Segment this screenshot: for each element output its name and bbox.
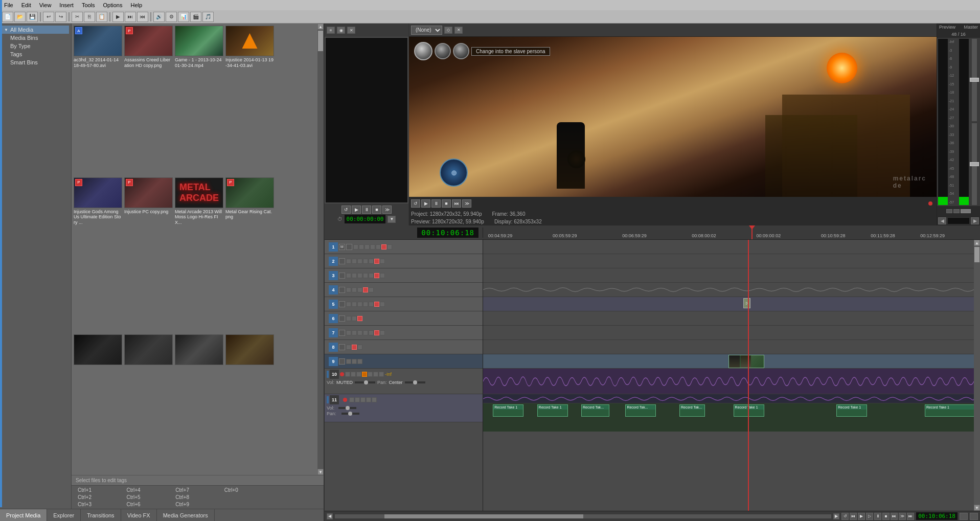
- t5b5[interactable]: [369, 302, 374, 307]
- vo-clip-3[interactable]: Record Tak...: [581, 404, 609, 417]
- media-item-2[interactable]: Game - 1 - 2013-10-24 01-30-24.mp4: [175, 26, 223, 175]
- track-11-pan-slider[interactable]: [341, 413, 359, 415]
- vo-clip-8[interactable]: Record Take 1: [925, 404, 974, 417]
- t9b3[interactable]: [357, 359, 362, 364]
- t4b5[interactable]: [369, 287, 374, 292]
- vo-clip-7[interactable]: Record Take 1: [836, 404, 867, 417]
- menu-help[interactable]: Help: [126, 1, 146, 9]
- t7b7[interactable]: [380, 330, 385, 335]
- media-item-5[interactable]: P Injustice PC copy.png: [124, 177, 173, 332]
- tree-by-type[interactable]: By Type: [2, 42, 69, 50]
- tree-media-bins[interactable]: Media Bins: [2, 34, 69, 42]
- track-2-btn3[interactable]: [357, 259, 362, 264]
- vo-clip-5[interactable]: Record Tak...: [679, 404, 705, 417]
- bt-extra1[interactable]: [960, 513, 968, 520]
- vu-fader-left[interactable]: [972, 39, 977, 121]
- clip-loop-btn[interactable]: ↺: [341, 206, 351, 214]
- vu-btn2[interactable]: [953, 209, 960, 213]
- vu-ctrl-btn1[interactable]: ◀: [938, 217, 946, 224]
- preview-btn1[interactable]: ◇: [444, 27, 452, 34]
- t5b6[interactable]: [374, 302, 379, 307]
- track-1-btn2[interactable]: [359, 244, 364, 250]
- undo-button[interactable]: ↩: [43, 12, 54, 22]
- timeline-vscroll-up[interactable]: ▲: [974, 240, 980, 246]
- tool2[interactable]: ⏭: [125, 12, 136, 22]
- t5b4[interactable]: [363, 302, 368, 307]
- track-3-mute[interactable]: [339, 273, 345, 279]
- t5b3[interactable]: [357, 302, 362, 307]
- menu-options[interactable]: Options: [99, 1, 127, 9]
- tab-media-generators[interactable]: Media Generators: [157, 509, 215, 521]
- media-item-10[interactable]: [175, 334, 223, 473]
- clip-prev-btn2[interactable]: ◉: [337, 27, 345, 34]
- track-2-btn5[interactable]: [369, 259, 374, 264]
- t8b1[interactable]: [346, 345, 351, 350]
- vo-clip-6[interactable]: Record Take 1: [734, 404, 764, 417]
- track-5-clip[interactable]: ▷: [743, 298, 750, 308]
- t3b3[interactable]: [357, 273, 362, 278]
- menu-tools[interactable]: Tools: [78, 1, 99, 9]
- bt-playfrom[interactable]: ▷: [866, 513, 873, 520]
- track-10-rec[interactable]: [340, 372, 344, 376]
- timeline-hscrollbar[interactable]: [335, 514, 831, 518]
- bt-last[interactable]: ⏭: [907, 513, 914, 520]
- t4b2[interactable]: [352, 287, 357, 292]
- tab-project-media[interactable]: Project Media: [0, 509, 47, 521]
- t10b6[interactable]: [373, 372, 378, 377]
- bt-rewind[interactable]: ⏮: [850, 513, 857, 520]
- tool7[interactable]: 🎬: [190, 12, 201, 22]
- media-item-7[interactable]: P Metal Gear Rising Cat.png: [225, 177, 274, 332]
- media-item-4[interactable]: P Injustice Gods Among Us Ultimate Editi…: [74, 177, 122, 332]
- t9b1[interactable]: [346, 359, 351, 364]
- t8b3[interactable]: [357, 345, 362, 350]
- t9b2[interactable]: [352, 359, 357, 364]
- prev-pause-btn[interactable]: ⏸: [431, 199, 441, 208]
- track-6-mute[interactable]: [339, 315, 345, 322]
- t10b2[interactable]: [351, 372, 356, 377]
- track-10-vol-slider[interactable]: [355, 381, 375, 383]
- save-button[interactable]: 💾: [27, 12, 38, 22]
- t7b2[interactable]: [352, 330, 357, 335]
- t3b5[interactable]: [369, 273, 374, 278]
- t11b2[interactable]: [355, 397, 360, 402]
- prev-stop-btn[interactable]: ■: [442, 199, 451, 208]
- t10b7[interactable]: [379, 372, 384, 377]
- scrollbar-up-btn[interactable]: ▲: [317, 24, 324, 30]
- track-1-btn5[interactable]: [376, 244, 381, 250]
- scrollbar-thumb[interactable]: [318, 31, 323, 51]
- t11b3[interactable]: [360, 397, 366, 402]
- t10b3[interactable]: [356, 372, 361, 377]
- prev-end-btn[interactable]: ⏭: [452, 199, 461, 208]
- bt-extra2[interactable]: [970, 513, 978, 520]
- media-item-8[interactable]: [74, 334, 122, 473]
- track-2-btn7[interactable]: [380, 259, 385, 264]
- t11b4[interactable]: [366, 397, 371, 402]
- t10b1[interactable]: [345, 372, 350, 377]
- clip-prev-btn1[interactable]: ≡: [327, 27, 335, 34]
- track-11-rec[interactable]: [343, 398, 347, 402]
- t3b1[interactable]: [346, 273, 351, 278]
- clip-play-btn[interactable]: ▶: [352, 206, 361, 214]
- media-item-1[interactable]: P Assassins Creed Liberation HD copy.png: [124, 26, 173, 175]
- prev-loop-btn[interactable]: ↺: [411, 199, 420, 208]
- media-item-11[interactable]: [225, 334, 274, 473]
- t4b1[interactable]: [346, 287, 351, 292]
- tool8[interactable]: 🎵: [202, 12, 214, 22]
- redo-button[interactable]: ↪: [55, 12, 66, 22]
- t5b1[interactable]: [346, 302, 351, 307]
- vu-fader-right[interactable]: [972, 123, 977, 206]
- media-item-9[interactable]: [124, 334, 173, 473]
- t10b5[interactable]: [368, 372, 373, 377]
- track-9-mute[interactable]: [339, 358, 345, 365]
- track-9-video-clip[interactable]: [728, 355, 764, 368]
- t4b4[interactable]: [363, 287, 368, 292]
- t4b3[interactable]: [357, 287, 362, 292]
- track-11-vol-slider[interactable]: [338, 407, 356, 409]
- menu-insert[interactable]: Insert: [55, 1, 78, 9]
- vu-ctrl-btn2[interactable]: ▶: [971, 217, 979, 224]
- preview-none-select[interactable]: (None): [411, 26, 442, 35]
- timeline-vscroll-down[interactable]: ▼: [974, 505, 980, 511]
- t3b2[interactable]: [352, 273, 357, 278]
- track-2-btn4[interactable]: [363, 259, 368, 264]
- vu-fader-strip[interactable]: [947, 217, 970, 224]
